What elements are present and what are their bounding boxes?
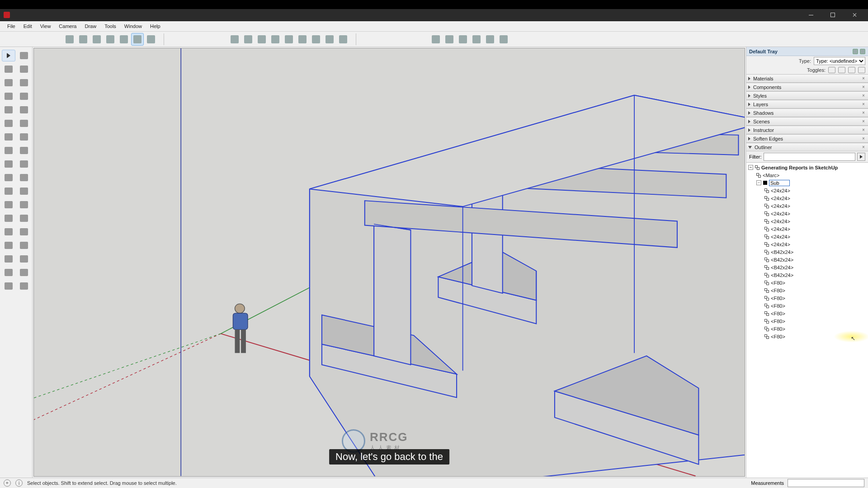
panel-close-icon[interactable]: × [861, 93, 866, 99]
xray-view-button[interactable] [63, 33, 76, 46]
freehand-tool-button[interactable] [17, 77, 31, 89]
hidden-line-button[interactable] [104, 33, 117, 46]
outliner-child-node[interactable]: <F80> [746, 317, 868, 325]
menu-view[interactable]: View [37, 22, 55, 30]
line-tool-button[interactable] [2, 77, 15, 89]
wireframe-button[interactable] [90, 33, 103, 46]
add-location-button[interactable] [470, 33, 483, 46]
orbit-button[interactable] [228, 33, 241, 46]
pie-tool-button[interactable] [17, 131, 31, 143]
polygon-tool-button[interactable] [17, 104, 31, 116]
measurements-input[interactable] [788, 479, 864, 487]
panel-close-icon[interactable]: × [861, 110, 866, 116]
outliner-child-node[interactable]: <F80> [746, 302, 868, 310]
toggle-terrain-button[interactable] [484, 33, 496, 46]
menu-tools[interactable]: Tools [101, 22, 120, 30]
panel-layers[interactable]: Layers× [746, 100, 868, 108]
push-pull-tool-button[interactable] [2, 172, 15, 183]
menu-window[interactable]: Window [121, 22, 146, 30]
3d-warehouse-button[interactable] [429, 33, 442, 46]
outliner-child-node[interactable]: <24x24> [746, 217, 868, 225]
follow-me-tool-button[interactable] [17, 172, 31, 183]
axes-tool-button[interactable] [2, 212, 15, 224]
menu-camera[interactable]: Camera [55, 22, 80, 30]
outliner-child-node[interactable]: <F80> [746, 310, 868, 317]
shaded-button[interactable] [118, 33, 130, 46]
type-select[interactable]: Type: <undefined> [814, 57, 865, 65]
text-tool-button[interactable] [17, 199, 31, 211]
back-edges-button[interactable] [77, 33, 90, 46]
panel-scenes[interactable]: Scenes× [746, 117, 868, 126]
outliner-node-editing[interactable]: − [746, 179, 868, 187]
toggle-shadows-icon[interactable] [848, 67, 855, 73]
window-maximize-button[interactable] [823, 9, 843, 21]
panel-close-icon[interactable]: × [861, 127, 866, 133]
orbit-tool-button[interactable] [2, 226, 15, 238]
menu-file[interactable]: File [4, 22, 19, 30]
zoom-extents-button[interactable] [283, 33, 295, 46]
outliner-child-node[interactable]: <F80>↖ [746, 333, 868, 340]
window-minimize-button[interactable] [801, 9, 821, 21]
offset-tool-button[interactable] [17, 158, 31, 170]
3d-text-button[interactable] [17, 212, 31, 224]
outliner-child-node[interactable]: <B42x24> [746, 271, 868, 279]
tray-close-icon[interactable] [860, 49, 865, 54]
panel-instructor[interactable]: Instructor× [746, 126, 868, 134]
credits-status-icon[interactable]: i [15, 479, 23, 487]
rotated-rectangle-button[interactable] [17, 90, 31, 102]
outliner-child-node[interactable]: <24x24> [746, 187, 868, 194]
print-button[interactable] [497, 33, 510, 46]
look-around-button[interactable] [323, 33, 336, 46]
tape-measure-button[interactable] [2, 185, 15, 197]
arc-tool-button[interactable] [2, 117, 15, 129]
pan-tool-button[interactable] [17, 226, 31, 238]
zoom-window-button[interactable] [269, 33, 282, 46]
move-tool-button[interactable] [2, 145, 15, 156]
house-button[interactable] [457, 33, 469, 46]
window-close-button[interactable] [844, 9, 864, 21]
outliner-tree[interactable]: − Generating Reports in SketchUp <Marc> … [746, 162, 868, 478]
outliner-model-row[interactable]: − Generating Reports in SketchUp [746, 164, 868, 171]
outliner-child-node[interactable]: <24x24> [746, 240, 868, 248]
outliner-child-node[interactable]: <24x24> [746, 233, 868, 240]
outliner-child-node[interactable]: <B42x24> [746, 263, 868, 271]
outliner-node[interactable]: <Marc> [746, 171, 868, 179]
rectangle-tool-button[interactable] [2, 90, 15, 102]
outliner-filter-input[interactable] [764, 153, 856, 161]
panel-close-icon[interactable]: × [861, 84, 866, 90]
zoom-window-tool-button[interactable] [17, 239, 31, 251]
position-camera-button[interactable] [310, 33, 322, 46]
make-component-button[interactable] [17, 50, 31, 61]
toggle-tags-button[interactable] [17, 280, 31, 292]
expand-toggle-icon[interactable]: − [756, 180, 761, 185]
3d-viewport[interactable]: RRCG 人人素材 Now, let's go back to the [33, 48, 745, 477]
zoom-button[interactable] [255, 33, 268, 46]
three-point-arc-button[interactable] [2, 131, 15, 143]
panel-shadows[interactable]: Shadows× [746, 109, 868, 117]
walk-tool-button[interactable] [17, 267, 31, 278]
circle-tool-button[interactable] [2, 104, 15, 116]
shaded-textures-button[interactable] [131, 33, 144, 46]
previous-view-button[interactable] [296, 33, 309, 46]
pan-button[interactable] [242, 33, 255, 46]
panel-soften-edges[interactable]: Soften Edges× [746, 135, 868, 143]
panel-close-icon[interactable]: × [861, 119, 866, 124]
rotate-tool-button[interactable] [17, 145, 31, 156]
panel-styles[interactable]: Styles× [746, 92, 868, 100]
outliner-filter-go-button[interactable] [857, 153, 865, 161]
panel-close-icon[interactable]: × [861, 102, 866, 107]
outliner-child-node[interactable]: <F80> [746, 294, 868, 302]
tray-pin-icon[interactable] [853, 49, 858, 54]
outliner-child-node[interactable]: <F80> [746, 279, 868, 286]
monochrome-button[interactable] [145, 33, 157, 46]
outliner-child-node[interactable]: <24x24> [746, 202, 868, 210]
paint-tool-button[interactable] [2, 63, 15, 75]
position-camera-tool-button[interactable] [17, 253, 31, 265]
panel-components[interactable]: Components× [746, 83, 868, 91]
outliner-child-node[interactable]: <B42x24> [746, 248, 868, 256]
scale-tool-button[interactable] [2, 158, 15, 170]
toggle-visible-icon[interactable] [828, 67, 835, 73]
walk-button[interactable] [337, 33, 349, 46]
panel-close-icon[interactable]: × [861, 145, 866, 150]
two-point-arc-button[interactable] [17, 117, 31, 129]
